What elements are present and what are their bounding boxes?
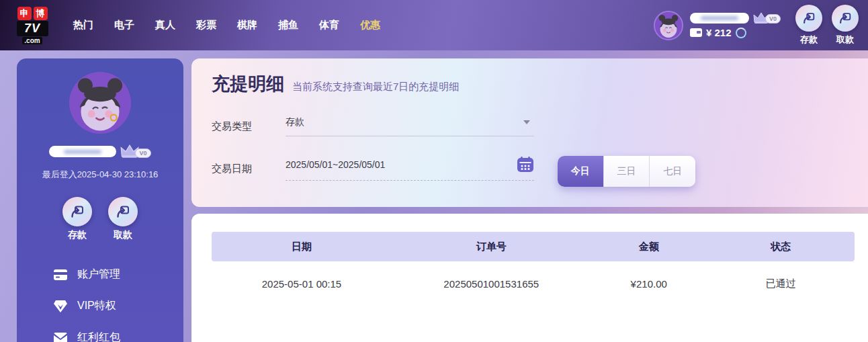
withdraw-button[interactable]: 取款 (832, 5, 859, 46)
transaction-type-label: 交易类型 (212, 120, 286, 133)
sidebar-item-label: 红利红包 (77, 331, 120, 342)
col-header-order: 订单号 (392, 241, 591, 253)
nav-item-lottery[interactable]: 彩票 (196, 19, 216, 32)
table-header: 日期 订单号 金额 状态 (212, 232, 855, 261)
cell-order-number: 20250501001531655 (392, 278, 591, 290)
transaction-type-select[interactable]: 存款 (286, 116, 534, 136)
nav-item-slots[interactable]: 电子 (114, 19, 134, 32)
logo-char-shen: 申 (17, 7, 32, 20)
calendar-icon[interactable] (517, 157, 534, 173)
withdraw-label: 取款 (836, 34, 854, 46)
avatar-image (655, 12, 682, 39)
balance-amount: ¥ 212 (706, 27, 732, 38)
logo-7v: 7V (17, 21, 48, 36)
last-login-text: 最后登入2025-04-30 23:10:16 (17, 169, 183, 181)
col-header-amount: 金额 (591, 241, 707, 253)
logo-com: .com (22, 37, 42, 44)
user-area: V0 ¥ 212 存款 (654, 5, 859, 46)
transfer-in-icon (801, 11, 816, 26)
date-range-toggle: 今日 三日 七日 (558, 156, 695, 187)
col-header-status: 状态 (707, 241, 855, 253)
sidebar-withdraw-label: 取款 (114, 229, 132, 241)
bank-card-icon (54, 268, 67, 282)
nav-item-live[interactable]: 真人 (155, 19, 175, 32)
page-title: 充提明细 (212, 72, 284, 96)
nav-item-sports[interactable]: 体育 (319, 19, 339, 32)
status-badge: 已通过 (707, 277, 855, 290)
sidebar-item-vip[interactable]: VIP特权 (17, 290, 183, 322)
refresh-balance-icon[interactable] (736, 28, 746, 38)
sidebar-menu: 账户管理 VIP特权 红利红包 (17, 259, 183, 342)
red-envelope-icon (54, 331, 67, 342)
table-row: 2025-05-01 00:15 20250501001531655 ¥210.… (212, 261, 855, 306)
transfer-out-icon (838, 11, 853, 26)
sidebar-item-label: 账户管理 (77, 267, 120, 282)
main-nav: 热门 电子 真人 彩票 棋牌 捕鱼 体育 优惠 (73, 19, 380, 32)
wallet-icon (690, 28, 702, 37)
sidebar-withdraw-button[interactable]: 取款 (108, 197, 138, 241)
transaction-date-input[interactable]: 2025/05/01~2025/05/01 (286, 157, 534, 181)
filter-panel: 充提明细 当前系统支持查询最近7日的充提明细 交易类型 存款 交易日期 2025… (191, 58, 868, 207)
nav-item-cards[interactable]: 棋牌 (237, 19, 257, 32)
records-panel: 日期 订单号 金额 状态 2025-05-01 00:15 2025050100… (191, 214, 868, 342)
cell-date: 2025-05-01 00:15 (212, 278, 392, 290)
sidebar-item-bonus[interactable]: 红利红包 (17, 322, 183, 342)
transfer-in-icon (69, 204, 85, 220)
cell-amount: ¥210.00 (591, 278, 707, 290)
col-header-date: 日期 (212, 241, 392, 253)
top-navbar: 申 博 7V .com 热门 电子 真人 彩票 棋牌 捕鱼 体育 优惠 (0, 0, 868, 50)
chevron-down-icon[interactable] (523, 120, 530, 124)
deposit-button[interactable]: 存款 (795, 5, 822, 46)
deposit-label: 存款 (800, 34, 818, 46)
sidebar-avatar[interactable] (69, 72, 131, 134)
vip-gem-icon (54, 300, 67, 313)
username-redacted (690, 13, 749, 24)
sidebar-item-account[interactable]: 账户管理 (17, 259, 183, 290)
site-logo[interactable]: 申 博 7V .com (15, 7, 50, 44)
logo-char-bo: 博 (34, 7, 48, 20)
sidebar: V0 最后登入2025-04-30 23:10:16 存款 (17, 58, 183, 342)
nav-item-fishing[interactable]: 捕鱼 (278, 19, 298, 32)
transaction-date-label: 交易日期 (212, 163, 286, 175)
nav-item-hot[interactable]: 热门 (73, 19, 93, 32)
sidebar-deposit-label: 存款 (68, 229, 87, 241)
range-3days-button[interactable]: 三日 (603, 156, 650, 187)
range-7days-button[interactable]: 七日 (649, 156, 695, 187)
vip-level-badge: V0 (765, 14, 781, 24)
transfer-out-icon (115, 204, 131, 220)
sidebar-avatar-image (69, 72, 131, 134)
sidebar-username-redacted (49, 146, 116, 157)
sidebar-deposit-button[interactable]: 存款 (62, 197, 92, 241)
sidebar-vip-level-badge: V0 (135, 148, 150, 158)
nav-item-promos[interactable]: 优惠 (360, 19, 380, 32)
page-subtitle: 当前系统支持查询最近7日的充提明细 (292, 81, 459, 93)
sidebar-item-label: VIP特权 (77, 299, 116, 313)
transaction-type-value: 存款 (286, 116, 304, 128)
avatar[interactable] (654, 11, 683, 40)
transaction-date-value: 2025/05/01~2025/05/01 (286, 159, 385, 170)
range-today-button[interactable]: 今日 (558, 156, 603, 187)
